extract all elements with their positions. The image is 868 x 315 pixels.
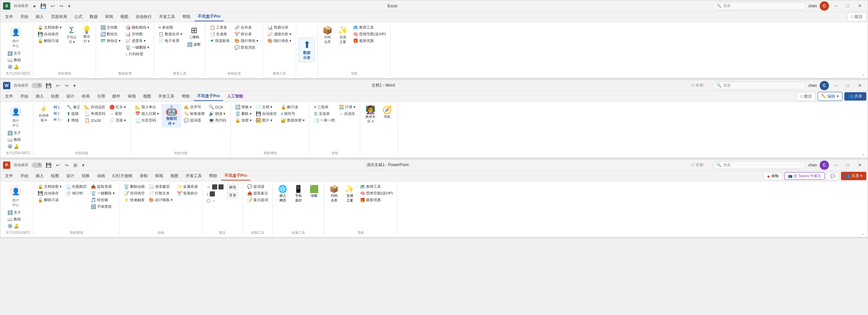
word-user-center-btn[interactable]: 👤 用户中心 <box>6 104 26 130</box>
ppt-tutorial-btn[interactable]: 📖教程 <box>6 216 23 222</box>
excel-salary-btn[interactable]: 📋工资条 <box>208 24 231 31</box>
excel-menu-review[interactable]: 审阅 <box>102 13 116 21</box>
excel-maximize-btn[interactable]: □ <box>842 2 853 10</box>
ppt-teams-btn[interactable]: 📺 在 Teams 中展示 <box>784 172 825 180</box>
word-user-avatar[interactable]: C <box>820 81 829 90</box>
word-read-btn[interactable]: 🔊朗读 ▾ <box>207 110 228 117</box>
excel-menu-auto[interactable]: 自动执行 <box>132 13 155 21</box>
ppt-blur-btn[interactable]: 🌫️渐变蒙层 <box>147 183 175 190</box>
excel-more-icon[interactable]: ▾ <box>67 3 72 9</box>
ppt-extractnote-btn[interactable]: 📤提取备注 <box>245 190 270 197</box>
ppt-menu-anim[interactable]: 动画 <box>94 172 108 180</box>
word-menu-ai[interactable]: 人工智能 <box>224 92 246 101</box>
word-menu-file[interactable]: 文件 <box>2 92 16 101</box>
word-highlight-btn[interactable]: 💻亮代码 <box>207 117 228 124</box>
excel-barChart-btn[interactable]: ≡条状图 <box>157 24 184 31</box>
ppt-menu-switch[interactable]: 切换 <box>79 172 93 180</box>
excel-dataMerge-btn[interactable]: 📋数据合并 ▾ <box>157 31 184 37</box>
ppt-menu-draw[interactable]: 绘图 <box>48 172 62 180</box>
ppt-unlock-btn[interactable]: 🔓解除只读 <box>36 197 63 203</box>
ppt-teacher-btn[interactable]: 🗺️教师工具 <box>358 183 395 190</box>
ppt-insertpage-btn[interactable]: 🌐 插入网页 <box>275 183 290 204</box>
excel-menu-formula[interactable]: 公式 <box>71 13 86 21</box>
ppt-user-center-btn[interactable]: 👤 用户中心 <box>6 183 26 209</box>
word-menu-insert[interactable]: 插入 <box>32 92 47 101</box>
excel-menu-file[interactable]: 文件 <box>2 13 16 21</box>
word-menu-ref[interactable]: 引用 <box>94 92 108 101</box>
ppt-encrypt-btn[interactable]: 🔒文档加密 ▾ <box>36 183 63 190</box>
excel-save-icon[interactable]: 💾 <box>39 3 48 9</box>
word-minimize-btn[interactable]: ─ <box>830 81 841 90</box>
ppt-menu-review[interactable]: 审阅 <box>152 172 166 180</box>
ppt-autosave-btn[interactable]: 💾自动保存 <box>36 190 63 197</box>
word-doc-btn[interactable]: 📄文档 ▾ <box>254 104 278 110</box>
excel-codelib-btn[interactable]: 📦 代码仓库 <box>320 24 335 46</box>
ppt-share-btn[interactable]: 👥 共享 ▾ <box>841 172 866 180</box>
word-calculate-btn[interactable]: 🧮计算 ▾ <box>337 104 357 110</box>
word-autoadapt-btn[interactable]: ↔自适应 <box>337 110 357 117</box>
word-menu-dev[interactable]: 开发工具 <box>155 92 178 101</box>
ppt-user-avatar[interactable]: C <box>820 161 829 170</box>
excel-offer-btn[interactable]: 🎁最新优惠 <box>351 38 388 44</box>
ppt-audio-btn[interactable]: 🎵转音频 <box>89 197 116 203</box>
word-about-btn[interactable]: ℹ️关于 <box>6 130 23 136</box>
word-maximize-btn[interactable]: □ <box>842 81 853 90</box>
ppt-autosave-toggle[interactable]: 关 <box>32 163 42 168</box>
word-comment-btn[interactable]: □ 批注 <box>797 92 816 101</box>
ppt-maximize-btn[interactable]: □ <box>842 161 853 169</box>
ppt-longpage-btn[interactable]: 📃长图跑页 <box>64 183 88 190</box>
ppt-template-btn[interactable]: 🎨设计模板 ▾ <box>147 197 175 203</box>
ppt-remote-btn[interactable]: 📱 手机遥控 <box>291 183 305 204</box>
word-autosave2-btn[interactable]: 💾自动保存 <box>254 110 278 117</box>
word-menu-design[interactable]: 设计 <box>63 92 78 101</box>
ppt-menu-record[interactable]: 录制 <box>136 172 151 180</box>
ppt-menu-view[interactable]: 视图 <box>167 172 182 180</box>
ppt-halign-btn[interactable]: 横靠 <box>226 183 240 191</box>
ppt-align-hor-btn[interactable]: ↔ ⬛ ⬛ <box>205 183 225 190</box>
word-ribbon-collapse[interactable]: ⌄ <box>862 151 865 156</box>
ppt-greenscreen-btn[interactable]: 🟩 绿膜 <box>307 183 321 200</box>
word-replace-btn[interactable]: 🔄替换 ▾ <box>234 104 253 110</box>
word-search-box[interactable]: 🔍 搜索 <box>713 81 806 90</box>
ppt-mindmap-btn[interactable]: 🧠思维导图(送VIP) <box>358 190 395 197</box>
excel-autosave-btn[interactable]: 💾自动保存 <box>36 31 63 37</box>
ppt-menu-bukohe[interactable]: 不坑盒子Pro <box>221 172 250 180</box>
excel-toggle-on[interactable]: ● <box>32 3 37 9</box>
excel-num2text-btn[interactable]: 🔄数转文 <box>99 31 122 37</box>
word-menu-view[interactable]: 视图 <box>140 92 154 101</box>
excel-filterNew-btn[interactable]: ▼筛选新表 <box>208 38 231 44</box>
ppt-comment-btn[interactable]: 💬 <box>827 172 839 180</box>
word-h1-btn[interactable]: H1 <box>52 104 64 110</box>
excel-comment-btn[interactable]: □ 批注 <box>847 12 866 21</box>
word-menu-start[interactable]: 开始 <box>17 92 32 101</box>
excel-unlock-btn[interactable]: 🔓解除只读 <box>36 38 63 44</box>
ppt-close-btn[interactable]: ✕ <box>854 161 865 169</box>
word-downgrade-btn[interactable]: ⬇降级 <box>65 117 82 124</box>
excel-encrypt-btn[interactable]: 🔒文档加密 ▾ <box>36 24 63 31</box>
word-menu-draw[interactable]: 绘图 <box>48 92 62 101</box>
word-h2-btn[interactable]: H2 <box>52 110 64 116</box>
ppt-align-vert-btn[interactable]: ↕ ⬛ <box>205 190 225 197</box>
word-menu-review[interactable]: 审阅 <box>124 92 139 101</box>
ppt-fontcheck-btn[interactable]: 🔠字体查权 <box>89 204 116 210</box>
ppt-quicktrigger-btn[interactable]: ⚡快速触发 <box>122 197 146 203</box>
ppt-codelib-btn[interactable]: 📦 代码仓库 <box>327 183 341 204</box>
excel-close-btn[interactable]: ✕ <box>854 2 865 10</box>
ppt-scatter-btn[interactable]: 📄打散文本 <box>147 190 175 197</box>
excel-spotlight-btn[interactable]: 💡 聚光 灯 ▾ <box>80 24 93 45</box>
word-h3-btn[interactable]: H3 ▷ <box>52 117 64 122</box>
word-share-btn[interactable]: 👥 共享 <box>844 92 866 101</box>
excel-about-btn[interactable]: ℹ️关于 <box>6 50 23 57</box>
word-undo-icon[interactable]: ↩ <box>55 82 61 89</box>
ppt-menu-dev[interactable]: 开发工具 <box>182 172 205 180</box>
ppt-fillword-btn[interactable]: 📝挖词填空 <box>122 190 146 197</box>
ppt-menu-insert[interactable]: 插入 <box>32 172 47 180</box>
ppt-delanim-btn[interactable]: 🗑️删除动画 <box>122 183 146 190</box>
ppt-valign-btn[interactable]: 竖靠 <box>226 191 240 199</box>
word-redo-icon[interactable]: ↪ <box>63 82 70 89</box>
ppt-prompter2-btn[interactable]: 💬提词器 <box>245 183 270 190</box>
excel-fillColor-btn[interactable]: 🎨隔行填色 ▾ <box>233 38 260 44</box>
word-oddpage-btn[interactable]: 📃奇偶页码 <box>83 110 107 117</box>
word-one-file-btn[interactable]: 📑一表一档 <box>312 117 337 124</box>
excel-random-btn[interactable]: 🎲随机模拟 ▾ <box>124 24 151 31</box>
